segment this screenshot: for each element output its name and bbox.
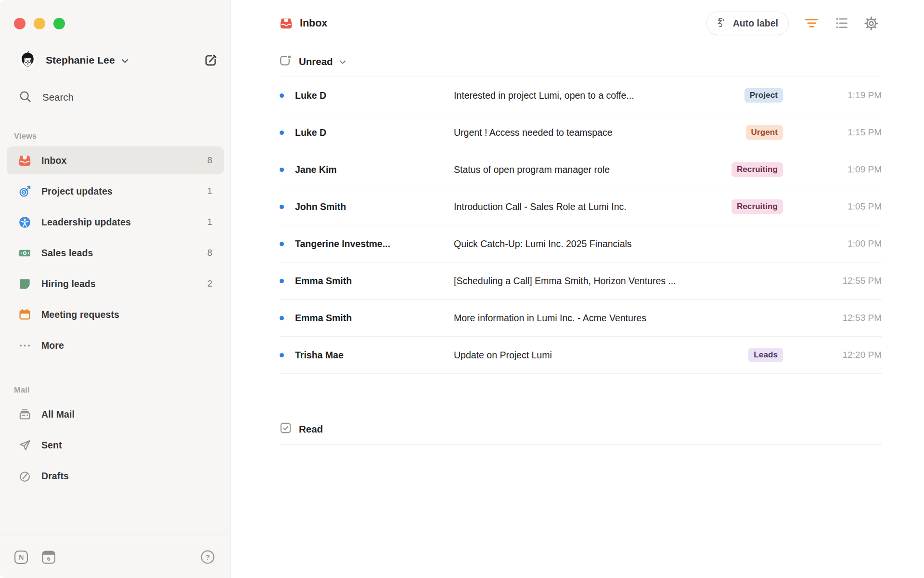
list-view-button[interactable] [835, 16, 849, 30]
sidebar-item-leadership-updates[interactable]: Leadership updates 1 [7, 208, 224, 236]
svg-text:N: N [18, 553, 24, 561]
unread-group-label: Unread [299, 56, 333, 67]
chevron-down-icon [121, 57, 128, 66]
unread-dot [280, 168, 284, 172]
chevron-down-icon [339, 58, 346, 66]
email-subject: More information in Lumi Inc. - Acme Ven… [454, 313, 783, 324]
email-row[interactable]: Tangerine Investme... Quick Catch-Up: Lu… [280, 225, 882, 263]
gear-icon [864, 16, 879, 31]
email-sender: Jane Kim [295, 164, 454, 175]
email-time: 12:20 PM [783, 350, 882, 360]
help-icon: ? [200, 550, 215, 565]
email-row[interactable]: Jane Kim Status of open program manager … [280, 151, 882, 188]
label-badge: Recruiting [732, 162, 783, 177]
search-icon [18, 90, 32, 105]
help-button[interactable]: ? [200, 550, 215, 565]
unread-dot [280, 279, 284, 283]
search-button[interactable]: Search [7, 86, 224, 108]
email-row[interactable]: Emma Smith More information in Lumi Inc.… [280, 300, 882, 337]
auto-label-button[interactable]: Auto label [706, 12, 789, 35]
page-title: Inbox [300, 17, 327, 29]
sidebar-item-all-mail[interactable]: All Mail [7, 400, 224, 428]
email-time: 1:19 PM [783, 90, 882, 101]
zoom-window-button[interactable] [53, 18, 65, 29]
sidebar-item-label: Inbox [41, 155, 67, 166]
email-time: 1:09 PM [783, 164, 882, 175]
email-row[interactable]: John Smith Introduction Call - Sales Rol… [280, 188, 882, 225]
filter-button[interactable] [804, 16, 819, 30]
email-row[interactable]: Luke D Interested in project Lumi, open … [280, 77, 882, 114]
avatar [18, 51, 38, 70]
email-list-area: Unread Luke D Interested in project Lumi… [280, 46, 882, 445]
sidebar-item-label: Meeting requests [41, 309, 119, 320]
unread-dot [280, 131, 284, 135]
main-panel: Inbox Auto label [231, 0, 924, 578]
header-controls: Auto label [706, 12, 879, 35]
main-header: Inbox Auto label [231, 0, 924, 46]
unread-dot [280, 242, 284, 246]
sidebar-item-inbox[interactable]: Inbox 8 [7, 146, 224, 174]
views-nav: Inbox 8 Project updates 1 [0, 146, 231, 362]
minimize-window-button[interactable] [34, 18, 45, 29]
sidebar-item-drafts[interactable]: Drafts [7, 462, 224, 490]
draft-pencil-icon [18, 470, 31, 483]
note-icon [18, 277, 31, 290]
label-badge: Leads [748, 348, 783, 362]
checkbox-checked-icon [280, 422, 292, 436]
notion-logo-icon: N [14, 550, 28, 565]
email-sender: Trisha Mae [295, 350, 454, 361]
sidebar-item-label: All Mail [41, 409, 75, 420]
account-switcher[interactable]: Stephanie Lee [18, 50, 218, 71]
account-name: Stephanie Lee [46, 54, 115, 66]
sidebar-item-more[interactable]: More [7, 331, 224, 359]
sidebar-item-label: Leadership updates [41, 217, 131, 228]
email-subject: Urgent ! Access needed to teamspace [454, 127, 738, 138]
sidebar-item-label: Sent [41, 440, 62, 451]
sidebar-item-sales-leads[interactable]: Sales leads 8 [7, 239, 224, 267]
sidebar-item-sent[interactable]: Sent [7, 431, 224, 459]
unread-count-badge: 1 [207, 217, 212, 227]
banknote-icon [18, 247, 31, 260]
email-sender: Tangerine Investme... [295, 238, 454, 250]
sidebar-item-project-updates[interactable]: Project updates 1 [7, 177, 224, 205]
sidebar-item-label: Sales leads [41, 248, 93, 259]
email-subject: Introduction Call - Sales Role at Lumi I… [454, 201, 724, 212]
email-subject: [Scheduling a Call] Emma Smith, Horizon … [454, 276, 783, 287]
unread-dot [280, 316, 284, 320]
email-time: 1:15 PM [783, 127, 882, 138]
email-subject: Interested in project Lumi, open to a co… [454, 90, 737, 101]
paper-plane-icon [18, 439, 31, 452]
unread-dot [280, 353, 284, 357]
sidebar: Stephanie Lee Search Vie [0, 0, 231, 578]
person-circle-icon [18, 216, 31, 229]
views-section-label: Views [14, 131, 231, 141]
mail-section-label: Mail [14, 385, 231, 394]
unread-count-badge: 8 [207, 248, 212, 258]
sidebar-item-meeting-requests[interactable]: Meeting requests [7, 301, 224, 328]
close-window-button[interactable] [14, 18, 26, 29]
app-window: Stephanie Lee Search Vie [0, 0, 924, 578]
unread-group-header[interactable]: Unread [280, 46, 882, 77]
filter-icon [804, 16, 819, 30]
read-group-header[interactable]: Read [280, 414, 882, 445]
label-badge: Recruiting [732, 199, 783, 214]
mail-nav: All Mail Sent [0, 400, 231, 493]
email-subject: Status of open program manager role [454, 164, 724, 175]
sidebar-item-hiring-leads[interactable]: Hiring leads 2 [7, 270, 224, 298]
search-label: Search [42, 92, 74, 103]
list-view-icon [835, 16, 849, 30]
email-row[interactable]: Luke D Urgent ! Access needed to teamspa… [280, 114, 882, 151]
email-sender: John Smith [295, 201, 454, 212]
notion-app-button[interactable]: N [14, 550, 28, 565]
notion-calendar-button[interactable]: 6 [41, 550, 56, 565]
compose-button[interactable] [203, 53, 218, 68]
settings-button[interactable] [864, 16, 879, 31]
sidebar-item-label: Drafts [41, 471, 69, 482]
unread-count-badge: 1 [207, 186, 212, 197]
email-row[interactable]: Trisha Mae Update on Project Lumi Leads … [280, 337, 882, 374]
email-row[interactable]: Emma Smith [Scheduling a Call] Emma Smit… [280, 263, 882, 300]
all-mail-icon [18, 408, 31, 421]
sidebar-item-label: More [41, 340, 64, 351]
unread-dot [280, 93, 284, 98]
svg-text:6: 6 [47, 554, 51, 562]
